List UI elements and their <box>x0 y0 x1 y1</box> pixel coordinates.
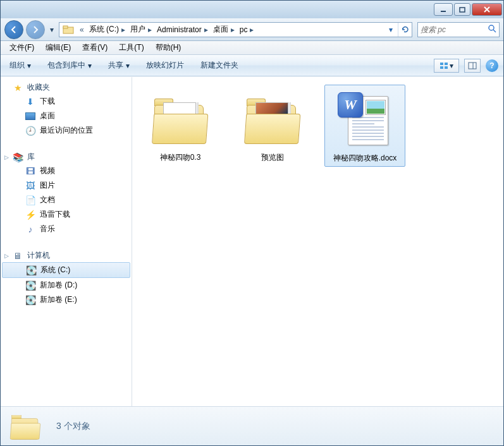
address-bar[interactable]: « 系统 (C:)▸ 用户▸ Administrator▸ 桌面▸ pc▸ ▾ <box>59 22 412 37</box>
expand-icon[interactable]: ▷ <box>4 154 9 160</box>
minimize-button[interactable] <box>434 3 453 16</box>
status-folder-icon <box>10 412 42 440</box>
slideshow-button[interactable]: 放映幻灯片 <box>142 59 188 72</box>
close-button[interactable] <box>472 3 502 16</box>
favorites-header[interactable]: ★ 收藏夹 <box>1 81 132 94</box>
view-mode-button[interactable]: ▾ <box>434 59 459 73</box>
chevron-down-icon: ▾ <box>88 61 92 70</box>
help-button[interactable]: ? <box>486 59 498 72</box>
folder-item[interactable]: 预览图 <box>232 85 313 166</box>
chevron-right-icon: ▸ <box>204 25 208 34</box>
file-label: 预览图 <box>261 153 284 163</box>
preview-pane-icon <box>468 62 477 69</box>
sidebar-item-label: 系统 (C:) <box>40 265 70 275</box>
search-input[interactable] <box>421 25 488 34</box>
history-dropdown[interactable]: ▾ <box>47 23 56 37</box>
maximize-button[interactable] <box>454 3 470 16</box>
library-icon: 📚 <box>12 152 23 162</box>
chevron-down-icon: ▾ <box>27 61 31 70</box>
crumb-label: pc <box>240 25 248 34</box>
crumb-desktop[interactable]: 桌面▸ <box>211 23 237 37</box>
titlebar[interactable] <box>1 1 503 18</box>
navigation-pane[interactable]: ★ 收藏夹 ⬇ 下载 桌面 🕘 最近访问的位置 ▷ <box>1 77 132 406</box>
refresh-button[interactable] <box>398 23 412 37</box>
expand-icon[interactable]: ▷ <box>4 253 9 259</box>
organize-button[interactable]: 组织 ▾ <box>6 59 35 72</box>
sidebar-item-label: 图片 <box>40 180 55 191</box>
svg-rect-1 <box>460 8 465 12</box>
sidebar-item-pictures[interactable]: 🖼 图片 <box>1 178 132 193</box>
favorites-label: 收藏夹 <box>27 82 50 93</box>
folder-thumbnail <box>149 87 212 150</box>
sidebar-item-drive-d[interactable]: 💽 新加卷 (D:) <box>1 278 132 292</box>
back-button[interactable] <box>4 20 23 39</box>
sidebar-item-label: 文档 <box>40 195 55 205</box>
sidebar-item-drive-c[interactable]: 💽 系统 (C:) <box>2 262 130 278</box>
menu-help[interactable]: 帮助(H) <box>151 41 187 54</box>
menu-file[interactable]: 文件(F) <box>4 41 39 54</box>
sidebar-item-music[interactable]: ♪ 音乐 <box>1 222 132 236</box>
libraries-header[interactable]: ▷ 📚 库 <box>1 150 132 164</box>
thumbnails-icon <box>439 62 448 69</box>
chevron-down-icon: ▾ <box>126 61 130 70</box>
sidebar-item-label: 迅雷下载 <box>40 209 70 220</box>
thunder-icon: ⚡ <box>25 210 36 220</box>
svg-rect-11 <box>445 66 448 69</box>
document-thumbnail: W <box>333 88 396 151</box>
crumb-drive[interactable]: 系统 (C:)▸ <box>87 23 128 37</box>
desktop-icon <box>25 111 36 121</box>
folder-item[interactable]: 神秘四吻0.3 <box>140 85 221 166</box>
svg-rect-10 <box>440 66 443 69</box>
status-bar: 3 个对象 <box>1 406 503 445</box>
chevron-right-icon: ▸ <box>121 25 125 34</box>
sidebar-item-videos[interactable]: 🎞 视频 <box>1 164 132 178</box>
preview-pane-button[interactable] <box>464 59 481 73</box>
address-dropdown[interactable]: ▾ <box>384 23 398 37</box>
document-item[interactable]: W 神秘四吻攻略.docx <box>324 85 405 167</box>
sidebar-item-label: 新加卷 (E:) <box>40 294 77 305</box>
crumb-pc[interactable]: pc▸ <box>237 23 257 37</box>
sidebar-item-recent[interactable]: 🕘 最近访问的位置 <box>1 123 132 138</box>
sidebar-item-label: 下载 <box>40 96 55 107</box>
sidebar-item-downloads[interactable]: ⬇ 下载 <box>1 94 132 109</box>
crumb-label: Administrator <box>157 25 202 34</box>
favorites-group: ★ 收藏夹 ⬇ 下载 桌面 🕘 最近访问的位置 <box>1 81 132 138</box>
svg-rect-8 <box>440 63 443 65</box>
arrow-left-icon <box>9 25 18 34</box>
drive-icon: 💽 <box>25 295 36 305</box>
computer-header[interactable]: ▷ 🖥 计算机 <box>1 249 132 262</box>
crumb-overflow[interactable]: « <box>77 23 87 37</box>
file-label: 神秘四吻0.3 <box>160 153 201 163</box>
sidebar-item-label: 最近访问的位置 <box>40 125 93 136</box>
crumb-users[interactable]: 用户▸ <box>128 23 154 37</box>
crumb-label: 用户 <box>130 24 145 35</box>
include-library-button[interactable]: 包含到库中 ▾ <box>44 59 95 72</box>
menu-edit[interactable]: 编辑(E) <box>40 41 76 54</box>
word-icon: W <box>338 92 363 118</box>
explorer-body: ★ 收藏夹 ⬇ 下载 桌面 🕘 最近访问的位置 ▷ <box>1 76 503 406</box>
svg-point-6 <box>489 25 494 30</box>
share-button[interactable]: 共享 ▾ <box>104 59 133 72</box>
menu-view[interactable]: 查看(V) <box>77 41 113 54</box>
file-label: 神秘四吻攻略.docx <box>333 154 397 164</box>
refresh-icon <box>401 25 410 34</box>
menu-tools[interactable]: 工具(T) <box>114 41 149 54</box>
music-icon: ♪ <box>25 224 36 234</box>
file-list[interactable]: 神秘四吻0.3 预览图 W <box>132 77 503 406</box>
sidebar-item-desktop[interactable]: 桌面 <box>1 109 132 123</box>
svg-rect-5 <box>63 26 68 28</box>
crumb-admin[interactable]: Administrator▸ <box>154 23 211 37</box>
svg-line-7 <box>493 30 496 32</box>
forward-button[interactable] <box>26 20 45 39</box>
sidebar-item-documents[interactable]: 📄 文档 <box>1 193 132 207</box>
svg-rect-12 <box>469 63 476 69</box>
new-folder-button[interactable]: 新建文件夹 <box>197 59 242 72</box>
download-icon: ⬇ <box>25 97 36 107</box>
sidebar-item-thunder[interactable]: ⚡ 迅雷下载 <box>1 207 132 222</box>
star-icon: ★ <box>12 83 23 93</box>
command-bar: 组织 ▾ 包含到库中 ▾ 共享 ▾ 放映幻灯片 新建文件夹 ▾ ? <box>1 55 503 76</box>
search-box[interactable] <box>417 22 500 37</box>
recent-icon: 🕘 <box>25 126 36 136</box>
computer-icon: 🖥 <box>12 251 23 261</box>
sidebar-item-drive-e[interactable]: 💽 新加卷 (E:) <box>1 292 132 307</box>
